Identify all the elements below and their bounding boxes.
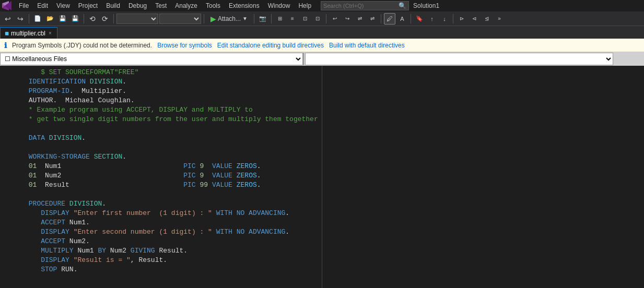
tb-extra-4[interactable]: » [494, 13, 505, 25]
menu-window[interactable]: Window [264, 1, 295, 10]
toolbar-sep-4 [204, 14, 204, 23]
tb-extra-2[interactable]: ⊲ [469, 13, 480, 25]
menu-bar: File Edit View Project Build Debug Test … [0, 0, 644, 11]
build-default-link[interactable]: Build with default directives [329, 42, 405, 49]
undo-btn[interactable]: ↩ [2, 13, 14, 25]
code-line-22: STOP RUN. [0, 265, 322, 274]
save-all-btn[interactable]: 💾 [69, 13, 81, 25]
code-line-20: MULTIPLY Num1 BY Num2 GIVING Result. [0, 246, 322, 256]
menu-items: File Edit View Project Build Debug Test … [15, 1, 315, 10]
nav-btn[interactable]: ↑ [426, 13, 438, 25]
highlight-btn[interactable]: 🖊 [384, 13, 395, 25]
menu-analyze[interactable]: Analyze [171, 1, 202, 10]
vs-logo [2, 1, 11, 10]
toolbar-sep-10 [453, 14, 453, 23]
code-line-18: DISPLAY "Enter second number (1 digit) :… [0, 227, 322, 237]
toolbar-sep-1 [29, 14, 29, 23]
platform-dropdown[interactable] [159, 14, 201, 24]
code-line-6: * get two single digit numbers from the … [0, 115, 322, 124]
info-bar: ℹ Program Symbols (.JDY) could not be de… [0, 39, 644, 52]
toolbar-sep-8 [381, 14, 381, 23]
tb-extra-1[interactable]: ⊳ [456, 13, 467, 25]
new-btn[interactable]: 📄 [32, 13, 43, 25]
toolbar: ↩ ↪ 📄 📂 💾 💾 ⟲ ⟳ ▶ Attach... ▼ 📷 ⊞ ≡ ⊡ ⊡ … [0, 11, 644, 26]
code-line-21: DISPLAY "Result is = ", Result. [0, 256, 322, 265]
tb-btn-11[interactable]: ↩ [329, 13, 341, 25]
code-line-7 [0, 124, 322, 134]
code-line-13: 01 Result PIC 99 VALUE ZEROS. [0, 181, 322, 190]
menu-project[interactable]: Project [74, 1, 102, 10]
browse-symbols-link[interactable]: Browse for symbols [157, 42, 212, 49]
menu-tools[interactable]: Tools [202, 1, 225, 10]
save-btn[interactable]: 💾 [57, 13, 68, 25]
toolbar-sep-7 [326, 14, 326, 23]
dropdown-bar: ☐ Miscellaneous Files [0, 52, 644, 66]
code-line-4: AUTHOR. Michael Coughlan. [0, 96, 322, 105]
tab-bar: ◼ multiplier.cbl × [0, 26, 644, 39]
nav2-btn[interactable]: ↓ [439, 13, 450, 25]
attach-dropdown-icon: ▼ [242, 16, 248, 21]
solution-label: Solution1 [409, 2, 443, 9]
dropdown-divider [303, 53, 304, 65]
redo2-btn[interactable]: ⟳ [99, 13, 111, 25]
tb-extra-3[interactable]: ⊴ [481, 13, 493, 25]
tab-close-btn[interactable]: × [48, 30, 53, 36]
toolbar-sep-2 [84, 14, 84, 23]
menu-edit[interactable]: Edit [33, 1, 52, 10]
redo-btn[interactable]: ↪ [15, 13, 26, 25]
search-input[interactable] [323, 3, 396, 9]
code-line-16: DISPLAY "Enter first number (1 digit) : … [0, 209, 322, 218]
tb-btn-9[interactable]: ⊡ [299, 13, 311, 25]
tb-btn-14[interactable]: ⇌ [367, 13, 378, 25]
code-line-19: ACCEPT Num2. [0, 237, 322, 246]
editor-container: $ SET SOURCEFORMAT"FREE" IDENTIFICATION … [0, 66, 644, 288]
attach-button[interactable]: ▶ Attach... ▼ [207, 13, 251, 25]
info-message: Program Symbols (.JDY) could not be dete… [12, 42, 152, 49]
bookmark-btn[interactable]: 🔖 [414, 13, 425, 25]
menu-view[interactable]: View [52, 1, 74, 10]
code-line-2: IDENTIFICATION DIVISION. [0, 77, 322, 87]
code-line-9 [0, 143, 322, 152]
menu-file[interactable]: File [15, 1, 33, 10]
tb-btn-12[interactable]: ↪ [342, 13, 353, 25]
code-line-11: 01 Num1 PIC 9 VALUE ZEROS. [0, 162, 322, 171]
search-icon: 🔍 [399, 2, 406, 9]
code-line-14 [0, 190, 322, 199]
tb-btn-13[interactable]: ⇌ [354, 13, 366, 25]
code-line-15: PROCEDURE DIVISION. [0, 199, 322, 209]
open-btn[interactable]: 📂 [44, 13, 56, 25]
code-editor[interactable]: $ SET SOURCEFORMAT"FREE" IDENTIFICATION … [0, 66, 322, 288]
camera-btn[interactable]: 📷 [257, 13, 268, 25]
play-icon: ▶ [210, 15, 216, 23]
attach-label: Attach... [218, 15, 241, 22]
toolbar-sep-9 [411, 14, 411, 23]
menu-test[interactable]: Test [151, 1, 171, 10]
code-line-12: 01 Num2 PIC 9 VALUE ZEROS. [0, 171, 322, 181]
info-icon: ℹ [4, 41, 7, 50]
menu-build[interactable]: Build [102, 1, 124, 10]
undo2-btn[interactable]: ⟲ [87, 13, 98, 25]
code-line-1: $ SET SOURCEFORMAT"FREE" [0, 68, 322, 77]
code-line-8: DATA DIVISION. [0, 134, 322, 143]
tab-file-icon: ◼ [5, 30, 9, 36]
tb-btn-7[interactable]: ⊞ [274, 13, 286, 25]
config-dropdown[interactable] [116, 14, 158, 24]
menu-debug[interactable]: Debug [124, 1, 151, 10]
tb-btn-10[interactable]: ⊡ [312, 13, 323, 25]
menu-help[interactable]: Help [294, 1, 315, 10]
font-btn[interactable]: A [396, 13, 408, 25]
toolbar-sep-6 [271, 14, 272, 23]
search-box[interactable]: 🔍 [321, 1, 409, 10]
file-dropdown[interactable]: ☐ Miscellaneous Files [0, 53, 303, 65]
tb-btn-8[interactable]: ≡ [287, 13, 298, 25]
toolbar-sep-3 [113, 14, 114, 23]
right-pane [322, 66, 644, 288]
edit-directives-link[interactable]: Edit standalone editing build directives [217, 42, 324, 49]
tab-filename: multiplier.cbl [11, 30, 45, 37]
code-line-10: WORKING-STORAGE SECTION. [0, 152, 322, 162]
code-line-17: ACCEPT Num1. [0, 218, 322, 227]
symbol-dropdown[interactable] [305, 53, 613, 65]
tab-multiplier[interactable]: ◼ multiplier.cbl × [0, 27, 57, 39]
toolbar-sep-5 [254, 14, 254, 23]
menu-extensions[interactable]: Extensions [225, 1, 264, 10]
